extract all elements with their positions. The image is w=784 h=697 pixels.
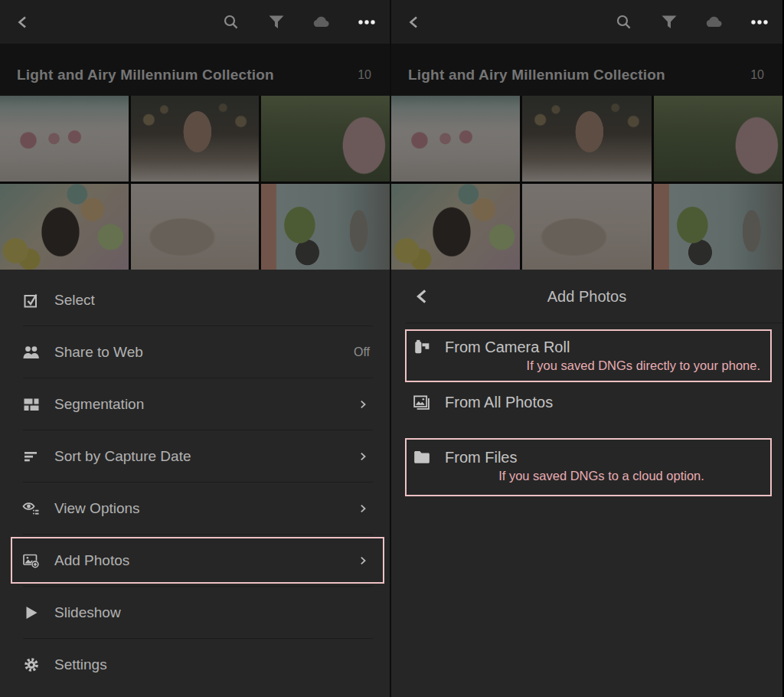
option-row: From Camera Roll	[407, 337, 770, 357]
search-icon[interactable]	[221, 12, 241, 32]
submenu-title: Add Photos	[547, 288, 626, 306]
chevron-right-icon	[356, 398, 370, 411]
photo-thumbnail-2[interactable]	[131, 96, 260, 182]
screen-add-photos-submenu: Light and Airy Millennium Collection 10 …	[391, 0, 782, 697]
menu-item-label: Sort by Capture Date	[54, 448, 191, 465]
menu-item-select[interactable]: Select	[0, 274, 390, 326]
option-from-all-photos[interactable]: From All Photos	[391, 382, 782, 423]
add-photos-icon	[21, 551, 41, 571]
camera-roll-icon	[413, 337, 433, 357]
add-photos-submenu: Add Photos From Camera Roll If you saved…	[391, 270, 782, 697]
photo-thumbnail-4[interactable]	[391, 184, 520, 270]
side-by-side-screens: Light and Airy Millennium Collection 10 …	[0, 0, 784, 697]
photo-stack-icon	[413, 393, 433, 413]
cloud-sync-icon[interactable]	[312, 12, 332, 32]
option-caption: If you saved DNGs to a cloud option.	[407, 469, 770, 483]
collection-photo-count: 10	[358, 68, 371, 82]
overflow-menu: Select Share to Web Off Segmentation	[0, 270, 390, 697]
back-icon[interactable]	[14, 13, 32, 31]
collection-title: Light and Airy Millennium Collection	[408, 67, 665, 83]
photo-grid	[391, 96, 782, 270]
cloud-sync-icon[interactable]	[704, 12, 724, 32]
option-label: From Files	[445, 449, 517, 466]
chevron-right-icon	[356, 450, 370, 463]
menu-item-settings[interactable]: Settings	[0, 639, 390, 691]
option-from-camera-roll[interactable]: From Camera Roll If you saved DNGs direc…	[405, 329, 772, 382]
play-icon	[21, 603, 41, 623]
share-to-web-status: Off	[354, 345, 370, 359]
menu-item-segmentation[interactable]: Segmentation	[0, 378, 390, 430]
photo-thumbnail-6[interactable]	[261, 184, 390, 270]
photo-grid	[0, 96, 390, 270]
photo-thumbnail-3[interactable]	[654, 96, 782, 182]
submenu-header: Add Photos	[391, 270, 782, 323]
option-caption: If you saved DNGs directly to your phone…	[407, 358, 770, 373]
menu-item-label: Segmentation	[54, 396, 144, 413]
photo-thumbnail-5[interactable]	[131, 184, 260, 270]
sort-icon	[21, 447, 41, 466]
collection-titlebar: Light and Airy Millennium Collection 10	[391, 44, 782, 96]
search-icon[interactable]	[614, 12, 634, 32]
navbar-actions	[614, 12, 769, 32]
top-navbar	[0, 0, 390, 44]
menu-item-add-photos[interactable]: Add Photos	[0, 535, 390, 587]
collection-photo-count: 10	[750, 68, 764, 82]
photo-thumbnail-6[interactable]	[654, 184, 782, 270]
option-from-files[interactable]: From Files If you saved DNGs to a cloud …	[405, 438, 772, 496]
submenu-back-icon[interactable]	[413, 286, 433, 306]
segmentation-icon	[21, 394, 41, 414]
photo-thumbnail-3[interactable]	[261, 96, 390, 182]
menu-item-label: Share to Web	[54, 344, 143, 361]
screen-overflow-menu: Light and Airy Millennium Collection 10 …	[0, 0, 391, 697]
filter-icon[interactable]	[266, 12, 286, 32]
navbar-actions	[221, 12, 377, 32]
chevron-right-icon	[356, 502, 370, 515]
menu-item-slideshow[interactable]: Slideshow	[0, 587, 390, 639]
menu-item-label: Select	[54, 292, 95, 309]
photo-thumbnail-2[interactable]	[522, 96, 651, 182]
view-options-icon	[21, 499, 41, 519]
option-label: From All Photos	[445, 394, 553, 411]
menu-item-label: Settings	[54, 656, 107, 673]
folder-icon	[413, 447, 433, 467]
menu-item-view-options[interactable]: View Options	[0, 483, 390, 535]
back-icon[interactable]	[405, 13, 423, 31]
photo-thumbnail-5[interactable]	[522, 184, 651, 270]
menu-item-share-to-web[interactable]: Share to Web Off	[0, 326, 390, 378]
top-navbar	[391, 0, 782, 44]
option-label: From Camera Roll	[445, 339, 570, 356]
menu-item-sort-by-capture-date[interactable]: Sort by Capture Date	[0, 430, 390, 483]
checkbox-icon	[21, 290, 41, 310]
menu-item-label: Slideshow	[54, 604, 121, 621]
menu-item-label: Add Photos	[54, 552, 129, 569]
option-row: From Files	[407, 447, 770, 467]
people-icon	[21, 342, 41, 362]
photo-thumbnail-1[interactable]	[391, 96, 520, 182]
collection-title: Light and Airy Millennium Collection	[17, 67, 274, 83]
photo-thumbnail-4[interactable]	[0, 184, 129, 270]
gear-icon	[21, 655, 41, 675]
filter-icon[interactable]	[659, 12, 679, 32]
chevron-right-icon	[356, 554, 370, 568]
more-options-icon[interactable]	[357, 12, 377, 32]
more-options-icon[interactable]	[750, 12, 769, 32]
photo-thumbnail-1[interactable]	[0, 96, 129, 182]
collection-titlebar: Light and Airy Millennium Collection 10	[0, 44, 390, 96]
menu-item-label: View Options	[54, 500, 140, 517]
